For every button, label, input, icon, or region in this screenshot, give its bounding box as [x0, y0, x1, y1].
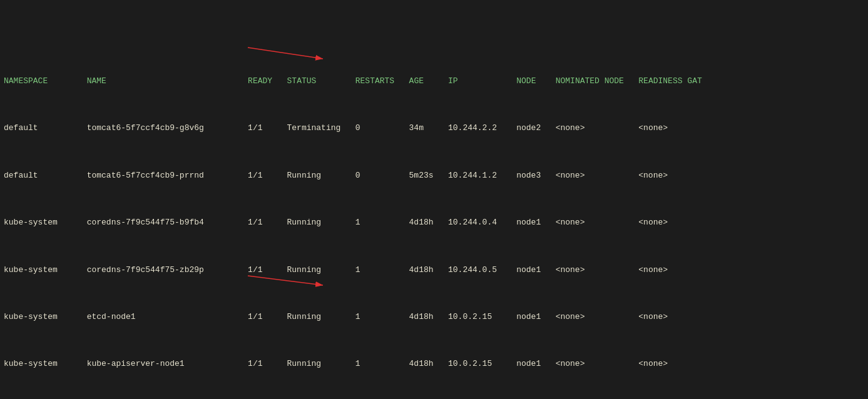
col-ip: IP	[448, 76, 458, 86]
col-status: STATUS	[287, 76, 317, 86]
col-age: AGE	[409, 76, 424, 86]
col-restarts: RESTARTS	[355, 76, 394, 86]
arrow-1	[248, 48, 323, 59]
pod-row-1: default tomcat6-5f7ccf4cb9-g8v6g 1/1 Ter…	[4, 123, 864, 134]
col-readiness: READINESS GAT	[638, 76, 702, 86]
col-name: NAME	[87, 76, 106, 86]
pod-row-2: default tomcat6-5f7ccf4cb9-prrnd 1/1 Run…	[4, 170, 864, 182]
pod-row-6: kube-system kube-apiserver-node1 1/1 Run…	[4, 358, 864, 370]
col-ready: READY	[248, 76, 272, 86]
pod-row-5: kube-system etcd-node1 1/1 Running 1 4d1…	[4, 311, 864, 323]
col-node: NODE	[516, 76, 536, 86]
col-nominated: NOMINATED NODE	[556, 76, 624, 86]
header-row-1: NAMESPACE NAME READY STATUS RESTARTS AGE…	[4, 76, 864, 88]
pod-row-4: kube-system coredns-7f9c544f75-zb29p 1/1…	[4, 265, 864, 276]
arrow-2	[248, 276, 323, 285]
terminal-content: NAMESPACE NAME READY STATUS RESTARTS AGE…	[4, 29, 864, 399]
pod-row-3: kube-system coredns-7f9c544f75-b9fb4 1/1…	[4, 217, 864, 229]
col-namespace: NAMESPACE	[4, 76, 48, 86]
terminal: NAMESPACE NAME READY STATUS RESTARTS AGE…	[0, 0, 868, 399]
